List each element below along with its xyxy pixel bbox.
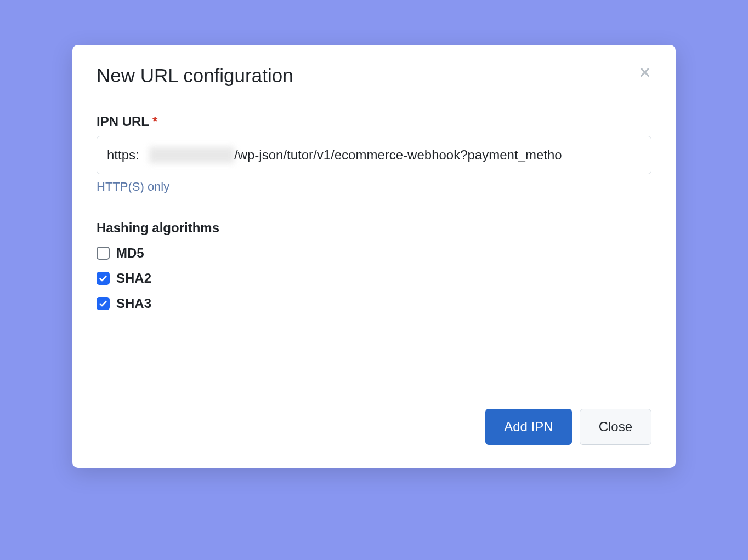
md5-checkbox[interactable]	[97, 247, 110, 260]
md5-label: MD5	[116, 245, 144, 261]
sha3-checkbox[interactable]	[97, 297, 110, 310]
modal-title: New URL configuration	[97, 65, 651, 87]
required-asterisk: *	[152, 114, 157, 129]
modal-footer: Add IPN Close	[72, 409, 676, 468]
modal-header: New URL configuration	[72, 45, 676, 98]
add-ipn-button[interactable]: Add IPN	[485, 409, 571, 445]
ipn-url-label: IPN URL *	[97, 114, 651, 129]
close-icon[interactable]	[638, 66, 651, 79]
checkbox-row-md5: MD5	[97, 245, 651, 261]
hashing-title: Hashing algorithms	[97, 220, 651, 236]
ipn-url-input-wrap: https: /wp-json/tutor/v1/ecommerce-webho…	[97, 136, 651, 174]
modal-body: IPN URL * https: /wp-json/tutor/v1/ecomm…	[72, 98, 676, 343]
url-configuration-modal: New URL configuration IPN URL * https: /…	[72, 45, 676, 468]
close-button[interactable]: Close	[580, 409, 651, 445]
sha2-checkbox[interactable]	[97, 272, 110, 285]
sha3-label: SHA3	[116, 296, 151, 311]
ipn-url-label-text: IPN URL	[97, 114, 149, 129]
checkbox-row-sha2: SHA2	[97, 271, 651, 286]
ipn-url-input[interactable]: https: /wp-json/tutor/v1/ecommerce-webho…	[97, 136, 651, 174]
ipn-url-suffix: /wp-json/tutor/v1/ecommerce-webhook?paym…	[234, 147, 562, 163]
checkbox-row-sha3: SHA3	[97, 296, 651, 311]
ipn-url-helper: HTTP(S) only	[97, 180, 651, 194]
ipn-url-redacted	[149, 147, 234, 163]
sha2-label: SHA2	[116, 271, 151, 286]
hashing-section: Hashing algorithms MD5 SHA2	[97, 220, 651, 311]
ipn-url-prefix: https:	[107, 147, 139, 163]
